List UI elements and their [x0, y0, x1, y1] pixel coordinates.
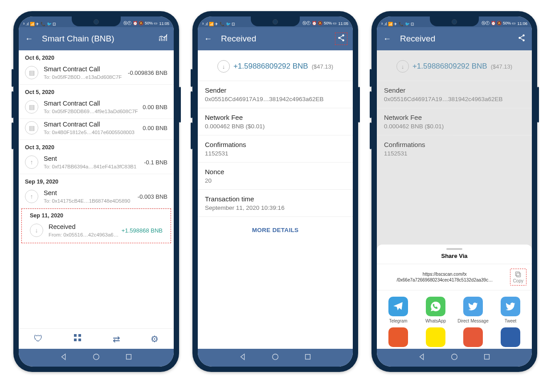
detail-label: Network Fee — [384, 114, 525, 121]
dapps-tab-icon[interactable] — [73, 333, 82, 344]
share-app-partial-3[interactable] — [463, 327, 483, 347]
detail-value: September 11, 2020 10:39:16 — [205, 204, 346, 211]
nav-recent-icon[interactable] — [483, 353, 491, 363]
svg-rect-0 — [74, 334, 77, 337]
detail-value: 0x05516Cd46917A19…381942c4963a62EB — [205, 96, 346, 102]
detail-confirmations: Confirmations 1152531 — [377, 135, 532, 162]
share-app-partial-1[interactable] — [388, 327, 408, 347]
status-time: 11:05 — [338, 21, 348, 26]
more-details-button[interactable]: MORE DETAILS — [198, 217, 353, 243]
system-nav — [198, 349, 353, 367]
detail-sender: Sender 0x05516Cd46917A19…381942c4963a62E… — [377, 81, 532, 108]
sent-icon: ↑ — [25, 155, 38, 169]
tx-address: To: 0x05fF2B0D…e13aDd608C7F — [44, 74, 125, 80]
status-right-icons: ⓃⒻ ⏰ 🔕 50% ▭ — [123, 20, 158, 26]
back-icon[interactable]: ← — [383, 34, 391, 44]
status-left-icons: ³ .ıl 📶 ✈ 📞 🐦 ⊡ — [202, 22, 235, 26]
tx-amount: -0.009836 BNB — [128, 69, 167, 76]
svg-point-4 — [94, 354, 99, 360]
tx-amount: -0.1 BNB — [144, 159, 167, 166]
nav-home-icon[interactable] — [271, 353, 279, 363]
chart-icon[interactable] — [159, 34, 167, 44]
nav-back-icon[interactable] — [239, 353, 247, 363]
detail-confirmations[interactable]: Confirmations 1152531 — [198, 135, 353, 163]
svg-rect-1 — [78, 334, 81, 337]
svg-point-6 — [338, 37, 340, 39]
status-right-icons: ⓃⒻ ⏰ 🔕 50% ▭ — [482, 20, 516, 26]
share-app-tweet[interactable]: Tweet — [495, 297, 526, 324]
tx-row-sent[interactable]: ↑ Sent To: 0xf147BB6394a…841eF41a3fC83B1… — [19, 153, 174, 174]
back-icon[interactable]: ← — [204, 34, 212, 44]
tx-row-sent[interactable]: ↑ Sent To: 0x14175cB4E…1B68748e4D5890 -0… — [19, 188, 174, 208]
contract-icon: ▤ — [25, 100, 38, 114]
detail-value: 20 — [205, 177, 346, 184]
tx-amount: -0.003 BNB — [138, 193, 167, 200]
share-app-dm[interactable]: Direct Message — [457, 297, 489, 324]
detail-nonce[interactable]: Nonce 20 — [198, 163, 353, 190]
detail-label: Transaction time — [205, 195, 346, 203]
share-app-partial-4[interactable] — [501, 327, 520, 347]
hero-amount: +1.59886809292 BNB — [412, 62, 487, 71]
contract-icon: ▤ — [25, 121, 38, 135]
detail-value: 0.000462 BNB ($0.01) — [384, 123, 525, 130]
app-bar: ← Smart Chain (BNB) — [19, 27, 174, 50]
receipt-hero: ↓ +1.59886809292 BNB ($47.13) — [377, 50, 532, 81]
system-nav — [377, 349, 532, 367]
app-label: WhatsApp — [425, 318, 446, 324]
tx-row-contract[interactable]: ▤ Smart Contract Call To: 0x05fF2B0DB69…… — [19, 98, 174, 119]
tx-address: From: 0x05516…42c4963a62EB — [49, 232, 119, 237]
tx-title: Sent — [44, 155, 141, 162]
settings-tab-icon[interactable]: ⚙ — [151, 334, 159, 344]
status-time: 11:05 — [159, 21, 169, 26]
copy-button[interactable]: Copy — [510, 269, 527, 286]
nav-back-icon[interactable] — [60, 353, 68, 363]
detail-fee[interactable]: Network Fee 0.000462 BNB ($0.01) — [198, 108, 353, 135]
tx-row-contract[interactable]: ▤ Smart Contract Call To: 0x4B0F1812e5…4… — [19, 119, 174, 140]
share-app-whatsapp[interactable]: WhatsApp — [420, 297, 451, 324]
nav-recent-icon[interactable] — [304, 353, 312, 363]
share-app-partial-2[interactable] — [426, 327, 445, 347]
svg-rect-14 — [517, 273, 521, 277]
svg-rect-17 — [485, 355, 490, 359]
phone-2: ³ .ıl 📶 ✈ 📞 🐦 ⊡ ⓃⒻ ⏰ 🔕 50% ▭11:05 ← Rece… — [192, 11, 358, 372]
svg-point-16 — [452, 354, 457, 360]
received-icon: ↓ — [217, 60, 230, 73]
app-label: Tweet — [505, 318, 517, 324]
bottom-nav: 🛡 ⇄ ⚙ — [19, 328, 174, 349]
svg-rect-3 — [78, 339, 81, 341]
transaction-list[interactable]: Oct 6, 2020 ▤ Smart Contract Call To: 0x… — [19, 50, 174, 328]
nav-back-icon[interactable] — [418, 353, 426, 363]
date-header: Oct 6, 2020 — [19, 50, 174, 64]
tx-amount: 0.00 BNB — [143, 104, 167, 110]
share-apps-row-2 — [377, 327, 532, 349]
app-label: Telegram — [389, 318, 407, 324]
detail-sender[interactable]: Sender 0x05516Cd46917A19…381942c4963a62E… — [198, 81, 353, 108]
nav-recent-icon[interactable] — [125, 353, 133, 363]
transaction-detail: ↓ +1.59886809292 BNB ($47.13) Sender 0x0… — [198, 50, 353, 349]
received-icon: ↓ — [30, 224, 43, 237]
wallet-tab-icon[interactable]: 🛡 — [34, 334, 43, 344]
tx-title: Received — [49, 223, 119, 230]
detail-time[interactable]: Transaction time September 11, 2020 10:3… — [198, 190, 353, 217]
tx-row-received[interactable]: ↓ Received From: 0x05516…42c4963a62EB +1… — [24, 221, 169, 242]
nav-home-icon[interactable] — [450, 353, 458, 363]
tx-row-contract[interactable]: ▤ Smart Contract Call To: 0x05fF2B0D…e13… — [19, 64, 174, 85]
tx-address: To: 0xf147BB6394a…841eF41a3fC83B1 — [44, 164, 141, 169]
share-icon[interactable] — [518, 34, 526, 44]
share-app-telegram[interactable]: Telegram — [383, 297, 414, 324]
svg-point-12 — [522, 34, 525, 37]
share-sheet: Share Via https://bscscan.com/tx/0x66e7a… — [377, 245, 532, 349]
date-header: Sep 19, 2020 — [19, 174, 174, 188]
share-link-row: https://bscscan.com/tx/0x66e7a7266968023… — [377, 264, 532, 290]
drag-handle[interactable] — [446, 248, 462, 250]
swap-tab-icon[interactable]: ⇄ — [113, 334, 120, 344]
app-bar: ← Received — [198, 27, 353, 50]
nav-home-icon[interactable] — [92, 353, 100, 363]
share-icon[interactable] — [335, 33, 347, 45]
share-apps-row: Telegram WhatsApp Direct Message — [377, 290, 532, 327]
back-icon[interactable]: ← — [25, 34, 33, 44]
svg-rect-2 — [74, 339, 77, 341]
transaction-detail-dimmed[interactable]: ↓ +1.59886809292 BNB ($47.13) Sender 0x0… — [377, 50, 532, 349]
page-title: Received — [221, 34, 335, 44]
date-header: Sep 11, 2020 — [24, 210, 169, 221]
